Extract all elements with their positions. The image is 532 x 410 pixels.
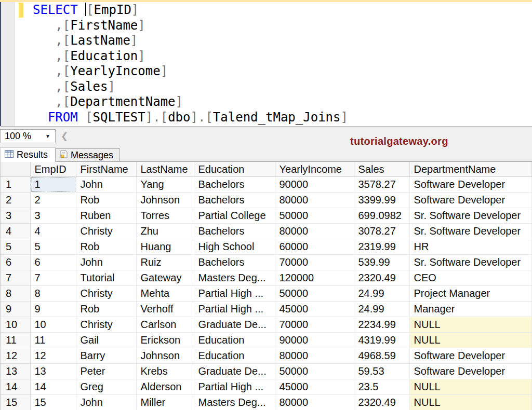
row-header[interactable]: 3 [1,208,30,224]
grid-cell[interactable]: 15 [30,395,76,410]
grid-cell[interactable]: 699.0982 [354,208,409,224]
grid-cell[interactable]: 10 [30,317,76,333]
tab-messages[interactable]: Messages [56,148,120,161]
grid-cell[interactable]: 90000 [275,333,354,348]
grid-cell[interactable]: NULL [409,333,532,348]
grid-cell[interactable]: NULL [409,379,532,395]
grid-cell[interactable]: Rob [76,302,136,317]
row-header[interactable]: 15 [1,395,30,410]
grid-cell[interactable]: Graduate De... [194,317,275,333]
grid-cell[interactable]: Barry [76,348,136,364]
grid-cell[interactable]: 50000 [275,364,354,379]
row-header[interactable]: 4 [1,224,30,239]
grid-cell[interactable]: 80000 [275,224,354,239]
grid-cell[interactable]: Manager [409,302,532,317]
grid-cell[interactable]: High School [194,239,275,255]
grid-cell[interactable]: Software Developer [409,193,532,208]
grid-cell[interactable]: 24.99 [354,286,409,302]
row-header[interactable]: 11 [1,333,30,348]
grid-cell[interactable]: 3 [30,208,76,224]
column-header-education[interactable]: Education [194,162,275,177]
grid-cell[interactable]: Partial High ... [194,379,275,395]
grid-cell[interactable]: Project Manager [409,286,532,302]
grid-cell[interactable]: 1 [30,177,76,193]
grid-cell[interactable]: Software Developer [409,348,532,364]
grid-cell[interactable]: Education [194,348,275,364]
select-all-corner[interactable] [1,162,30,177]
grid-cell[interactable]: 80000 [275,348,354,364]
row-header[interactable]: 12 [1,348,30,364]
grid-cell[interactable]: 59.53 [354,364,409,379]
grid-cell[interactable]: Graduate De... [194,364,275,379]
grid-cell[interactable]: Bachelors [194,224,275,239]
grid-cell[interactable]: Bachelors [194,177,275,193]
column-header-yearlyincome[interactable]: YearlyIncome [275,162,354,177]
grid-cell[interactable]: Erickson [136,333,194,348]
grid-cell[interactable]: 14 [30,379,76,395]
grid-cell[interactable]: Christy [76,224,136,239]
grid-cell[interactable]: 50000 [275,286,354,302]
grid-cell[interactable]: Yang [136,177,194,193]
grid-cell[interactable]: Sr. Software Developer [409,208,532,224]
row-header[interactable]: 1 [1,177,30,193]
grid-cell[interactable]: 3578.27 [354,177,409,193]
grid-cell[interactable]: Bachelors [194,255,275,270]
grid-cell[interactable]: Johnson [136,348,194,364]
column-header-firstname[interactable]: FirstName [76,162,136,177]
column-header-lastname[interactable]: LastName [136,162,194,177]
grid-cell[interactable]: Greg [76,379,136,395]
grid-cell[interactable]: Verhoff [136,302,194,317]
scroll-left-icon[interactable]: ❮ [61,131,68,142]
grid-cell[interactable]: 60000 [275,239,354,255]
grid-cell[interactable]: 2320.49 [354,395,409,410]
grid-cell[interactable]: 23.5 [354,379,409,395]
row-header[interactable]: 7 [1,270,30,286]
grid-cell[interactable]: 3078.27 [354,224,409,239]
grid-cell[interactable]: Masters Deg... [194,395,275,410]
grid-cell[interactable]: Torres [136,208,194,224]
grid-cell[interactable]: 70000 [275,317,354,333]
grid-cell[interactable]: 80000 [275,395,354,410]
grid-cell[interactable]: 3399.99 [354,193,409,208]
grid-cell[interactable]: 8 [30,286,76,302]
grid-cell[interactable]: 4968.59 [354,348,409,364]
grid-cell[interactable]: 7 [30,270,76,286]
row-header[interactable]: 8 [1,286,30,302]
grid-cell[interactable]: John [76,255,136,270]
grid-cell[interactable]: Ruben [76,208,136,224]
zoom-level-dropdown[interactable]: 100 % ▼ [0,129,56,143]
grid-cell[interactable]: Gateway [136,270,194,286]
row-header[interactable]: 10 [1,317,30,333]
grid-cell[interactable]: Sr. Software Developer [409,224,532,239]
grid-cell[interactable]: 12 [30,348,76,364]
grid-cell[interactable]: Krebs [136,364,194,379]
grid-cell[interactable]: 70000 [275,255,354,270]
grid-cell[interactable]: 2320.49 [354,270,409,286]
grid-cell[interactable]: NULL [409,317,532,333]
grid-cell[interactable]: CEO [409,270,532,286]
grid-cell[interactable]: 24.99 [354,302,409,317]
column-header-empid[interactable]: EmpID [30,162,76,177]
grid-cell[interactable]: Alderson [136,379,194,395]
grid-cell[interactable]: 2 [30,193,76,208]
grid-cell[interactable]: 2319.99 [354,239,409,255]
grid-cell[interactable]: NULL [409,395,532,410]
grid-cell[interactable]: 9 [30,302,76,317]
grid-cell[interactable]: 2234.99 [354,317,409,333]
grid-cell[interactable]: 4319.99 [354,333,409,348]
grid-cell[interactable]: 90000 [275,177,354,193]
grid-cell[interactable]: Miller [136,395,194,410]
grid-cell[interactable]: Partial High ... [194,286,275,302]
grid-cell[interactable]: John [76,395,136,410]
grid-cell[interactable]: Masters Deg... [194,270,275,286]
grid-cell[interactable]: 13 [30,364,76,379]
grid-cell[interactable]: Partial High ... [194,302,275,317]
grid-cell[interactable]: 6 [30,255,76,270]
grid-cell[interactable]: Gail [76,333,136,348]
grid-cell[interactable]: HR [409,239,532,255]
grid-cell[interactable]: Zhu [136,224,194,239]
row-header[interactable]: 14 [1,379,30,395]
row-header[interactable]: 9 [1,302,30,317]
grid-cell[interactable]: 50000 [275,208,354,224]
grid-cell[interactable]: John [76,177,136,193]
